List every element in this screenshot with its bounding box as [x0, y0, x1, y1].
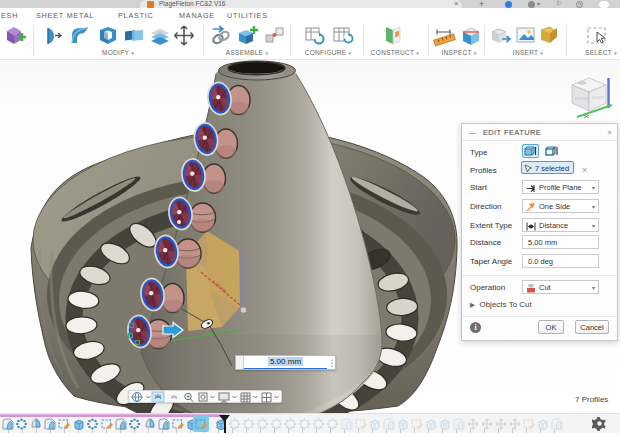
svg-text:FRONT: FRONT: [575, 96, 589, 101]
svg-text:RIGHT: RIGHT: [592, 95, 605, 100]
